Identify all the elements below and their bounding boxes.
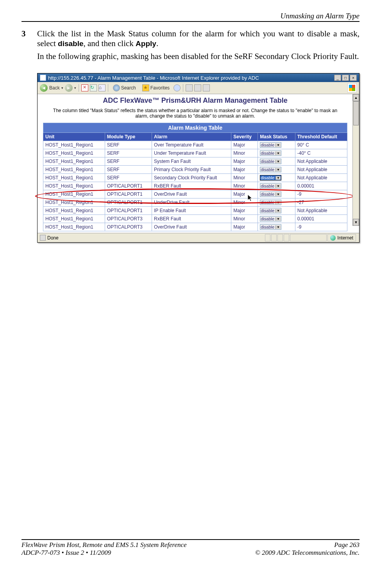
mask-status-select[interactable]: disable▼: [260, 183, 281, 189]
cell: 0.00001: [295, 182, 347, 190]
step-body: Click the list in the Mask Status column…: [37, 29, 360, 48]
maximize-button[interactable]: □: [342, 75, 349, 81]
mask-status-select[interactable]: disable▼: [260, 200, 281, 205]
ie-page-icon: [40, 75, 46, 81]
chevron-down-icon[interactable]: ▼: [275, 143, 281, 147]
stop-icon[interactable]: ✕: [81, 84, 88, 91]
cell: Major: [231, 166, 258, 174]
mask-status-select[interactable]: disable▼: [260, 167, 281, 172]
mask-status-select[interactable]: disable▼: [260, 224, 281, 230]
footer-doc-id: ADCP-77-073 • Issue 2 • 11/2009: [21, 549, 111, 557]
edit-icon[interactable]: [203, 84, 210, 91]
mask-status-select[interactable]: disable▼: [260, 208, 281, 213]
status-cell: [271, 234, 277, 241]
step-text-c: .: [156, 39, 158, 48]
refresh-icon[interactable]: ↻: [90, 84, 97, 91]
cell: SERF: [105, 149, 152, 157]
page-header: Unmasking an Alarm Type: [21, 12, 360, 20]
chevron-down-icon[interactable]: ▼: [275, 160, 281, 163]
chevron-down-icon[interactable]: ▼: [275, 225, 281, 229]
mask-status-select[interactable]: disable▼: [260, 191, 281, 197]
chevron-down-icon[interactable]: ▼: [275, 209, 281, 213]
minimize-button[interactable]: _: [334, 75, 341, 81]
history-icon[interactable]: [174, 84, 181, 91]
forward-dropdown-icon[interactable]: ▾: [74, 86, 76, 90]
table-row: HOST_Host1_Region1SERFSystem Fan FaultMa…: [43, 157, 347, 166]
footer-copyright: © 2009 ADC Telecommunications, Inc.: [255, 549, 360, 557]
scroll-down-icon[interactable]: ▼: [353, 219, 359, 226]
mask-status-select[interactable]: disable▼: [260, 150, 281, 156]
vertical-scrollbar[interactable]: ▲ ▼: [352, 94, 359, 226]
cell: SERF: [105, 174, 152, 182]
cell: SERF: [105, 166, 152, 174]
cell: Minor: [231, 149, 258, 157]
page-title: ADC FlexWave™ Prism&URH Alarm Management…: [38, 94, 353, 107]
column-header: Mask Status: [258, 133, 295, 141]
step-followup: In the following graphic, masking has be…: [37, 52, 360, 61]
chevron-down-icon[interactable]: ▼: [275, 201, 281, 204]
chevron-down-icon[interactable]: ▼: [275, 176, 281, 180]
cell: Not Applicable: [295, 174, 347, 182]
search-icon: [113, 84, 120, 91]
back-label[interactable]: Back: [49, 85, 60, 91]
cell: HOST_Host1_Region1: [43, 215, 105, 223]
cell: SERF: [105, 141, 152, 149]
chevron-down-icon[interactable]: ▼: [275, 184, 281, 188]
step-bold-apply: Apply: [136, 39, 156, 48]
mask-status-select[interactable]: disable▼: [260, 159, 281, 164]
cell: HOST_Host1_Region1: [43, 223, 105, 231]
mask-status-cell: disable▼: [258, 174, 295, 182]
cell: RxBER Fault: [152, 215, 231, 223]
home-icon[interactable]: ⌂: [98, 84, 106, 91]
page-instructions: The column titled "Mask Status" reflects…: [38, 107, 353, 123]
table-row: HOST_Host1_Region1OPTICALPORT3OverDrive …: [43, 223, 347, 231]
header-rule: [21, 21, 360, 22]
mask-status-select[interactable]: disable▼: [260, 142, 281, 148]
forward-button[interactable]: ►: [65, 84, 73, 92]
column-header: Severity: [231, 133, 258, 141]
mask-status-select[interactable]: disable▼: [260, 216, 281, 222]
cell: -40° C: [295, 149, 347, 157]
cell: Not Applicable: [295, 166, 347, 174]
scroll-thumb[interactable]: [353, 101, 359, 125]
search-button[interactable]: Search: [111, 83, 138, 93]
cell: -9: [295, 190, 347, 198]
column-header: Alarm: [152, 133, 231, 141]
mask-status-select[interactable]: disable▼: [260, 175, 281, 181]
status-done: Done: [47, 235, 59, 241]
cell: Primary Clock Priority Fault: [152, 166, 231, 174]
step-bold-disable: disable: [58, 39, 83, 48]
cell: Minor: [231, 215, 258, 223]
cell: RxBER Fault: [152, 182, 231, 190]
cell: Over Temperature Fault: [152, 141, 231, 149]
browser-statusbar: Done Internet: [38, 233, 359, 242]
table-row: HOST_Host1_Region1OPTICALPORT1RxBER Faul…: [43, 182, 347, 190]
chevron-down-icon[interactable]: ▼: [275, 193, 281, 196]
chevron-down-icon[interactable]: ▼: [275, 168, 281, 172]
footer-doc-title: FlexWave Prism Host, Remote and EMS 5.1 …: [21, 541, 187, 549]
scroll-up-icon[interactable]: ▲: [353, 94, 359, 101]
close-button[interactable]: ×: [350, 75, 357, 81]
cell: Major: [231, 190, 258, 198]
chevron-down-icon[interactable]: ▼: [275, 152, 281, 155]
back-dropdown-icon[interactable]: ▾: [61, 86, 63, 90]
table-row: HOST_Host1_Region1SERFUnder Temperature …: [43, 149, 347, 157]
print-icon[interactable]: [194, 84, 201, 91]
step-text-b: , and then click: [84, 39, 136, 48]
windows-logo-icon: [347, 83, 357, 93]
status-cell: [277, 234, 283, 241]
browser-toolbar: ◄ Back ▾ ► ▾ ✕ ↻ ⌂ Search ★Favorites: [38, 82, 359, 94]
back-button[interactable]: ◄: [40, 84, 48, 92]
favorites-button[interactable]: ★Favorites: [140, 83, 172, 93]
mask-status-cell: disable▼: [258, 149, 295, 157]
internet-zone-icon: [330, 235, 336, 241]
cell: OPTICALPORT1: [105, 198, 152, 207]
mask-status-cell: disable▼: [258, 166, 295, 174]
mail-icon[interactable]: [186, 84, 193, 91]
chevron-down-icon[interactable]: ▼: [275, 217, 281, 221]
step-number: 3: [21, 29, 37, 48]
table-row: HOST_Host1_Region1OPTICALPORT3RxBER Faul…: [43, 215, 347, 223]
mask-status-cell: disable▼: [258, 190, 295, 198]
step-3: 3 Click the list in the Mask Status colu…: [21, 29, 360, 48]
alarm-masking-table: Alarm Masking Table UnitModule TypeAlarm…: [43, 123, 347, 231]
